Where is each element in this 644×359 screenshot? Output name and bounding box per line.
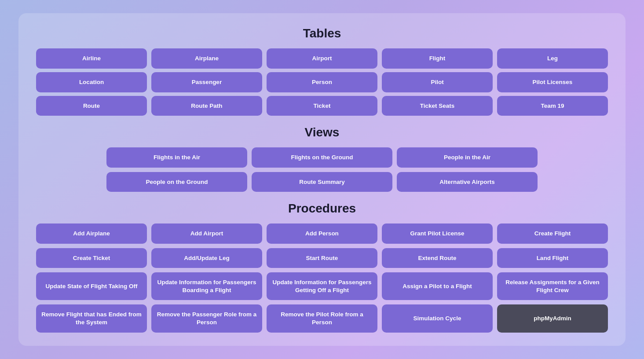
btn-release-assignments[interactable]: Release Assignments for a Given Flight C… — [497, 272, 608, 300]
tables-section: Tables Airline Airplane Airport Flight L… — [36, 26, 608, 116]
views-grid-row1: Flights in the Air Flights on the Ground… — [106, 147, 538, 168]
btn-airplane[interactable]: Airplane — [151, 48, 262, 69]
btn-team-19[interactable]: Team 19 — [497, 96, 608, 116]
btn-ticket-seats[interactable]: Ticket Seats — [382, 96, 493, 116]
procedures-title: Procedures — [36, 201, 608, 216]
btn-add-update-leg[interactable]: Add/Update Leg — [151, 248, 262, 268]
btn-location[interactable]: Location — [36, 72, 147, 92]
btn-flights-in-air[interactable]: Flights in the Air — [106, 147, 247, 168]
tables-grid-row3: Route Route Path Ticket Ticket Seats Tea… — [36, 96, 608, 116]
btn-start-route[interactable]: Start Route — [267, 248, 377, 268]
procedures-grid: Add Airplane Add Airport Add Person Gran… — [36, 223, 608, 332]
btn-add-airplane[interactable]: Add Airplane — [36, 223, 147, 244]
btn-update-boarding[interactable]: Update Information for Passengers Boardi… — [151, 272, 262, 300]
tables-grid-row2: Location Passenger Person Pilot Pilot Li… — [36, 72, 608, 92]
views-grid-row2: People on the Ground Route Summary Alter… — [106, 172, 538, 192]
btn-add-airport[interactable]: Add Airport — [151, 223, 262, 244]
btn-remove-pilot-role[interactable]: Remove the Pilot Role from a Person — [267, 304, 377, 332]
btn-alternative-airports[interactable]: Alternative Airports — [397, 172, 538, 192]
btn-route-summary[interactable]: Route Summary — [252, 172, 392, 192]
btn-route[interactable]: Route — [36, 96, 147, 116]
btn-grant-pilot-license[interactable]: Grant Pilot License — [382, 223, 493, 244]
btn-people-on-ground[interactable]: People on the Ground — [106, 172, 247, 192]
btn-update-getting-off[interactable]: Update Information for Passengers Gettin… — [267, 272, 377, 300]
btn-phpmyadmin[interactable]: phpMyAdmin — [497, 304, 608, 332]
btn-passenger[interactable]: Passenger — [151, 72, 262, 92]
tables-title: Tables — [36, 26, 608, 40]
btn-route-path[interactable]: Route Path — [151, 96, 262, 116]
btn-flight[interactable]: Flight — [382, 48, 493, 69]
btn-extend-route[interactable]: Extend Route — [382, 248, 493, 268]
btn-update-state-takeoff[interactable]: Update State of Flight Taking Off — [36, 272, 147, 300]
btn-create-flight[interactable]: Create Flight — [497, 223, 608, 244]
btn-airport[interactable]: Airport — [267, 48, 377, 69]
btn-assign-pilot[interactable]: Assign a Pilot to a Flight — [382, 272, 493, 300]
views-title: Views — [36, 125, 608, 139]
btn-create-ticket[interactable]: Create Ticket — [36, 248, 147, 268]
views-section: Views Flights in the Air Flights on the … — [36, 125, 608, 192]
btn-remove-passenger-role[interactable]: Remove the Passenger Role from a Person — [151, 304, 262, 332]
btn-pilot-licenses[interactable]: Pilot Licenses — [497, 72, 608, 92]
main-container: Tables Airline Airplane Airport Flight L… — [18, 13, 626, 345]
tables-grid-row1: Airline Airplane Airport Flight Leg — [36, 48, 608, 69]
btn-pilot[interactable]: Pilot — [382, 72, 493, 92]
btn-land-flight[interactable]: Land Flight — [497, 248, 608, 268]
btn-person[interactable]: Person — [267, 72, 377, 92]
procedures-section: Procedures Add Airplane Add Airport Add … — [36, 201, 608, 332]
btn-ticket[interactable]: Ticket — [267, 96, 377, 116]
btn-people-in-air[interactable]: People in the Air — [397, 147, 538, 168]
btn-add-person[interactable]: Add Person — [267, 223, 377, 244]
views-wrapper: Flights in the Air Flights on the Ground… — [36, 147, 608, 192]
views-grid-row2-spacer: People on the Ground Route Summary Alter… — [106, 172, 538, 192]
btn-airline[interactable]: Airline — [36, 48, 147, 69]
btn-leg[interactable]: Leg — [497, 48, 608, 69]
btn-flights-on-ground[interactable]: Flights on the Ground — [252, 147, 392, 168]
btn-remove-flight-ended[interactable]: Remove Flight that has Ended from the Sy… — [36, 304, 147, 332]
btn-simulation-cycle[interactable]: Simulation Cycle — [382, 304, 493, 332]
